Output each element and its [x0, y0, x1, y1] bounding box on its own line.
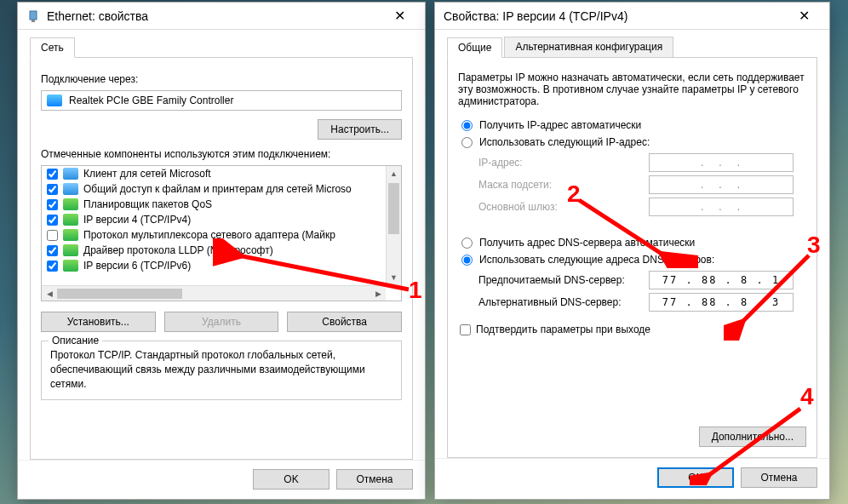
dns1-label: Предпочитаемый DNS-сервер:	[478, 274, 649, 286]
radio-dns-manual-input[interactable]	[461, 255, 473, 266]
ok-button[interactable]: OK	[657, 467, 734, 488]
advanced-button[interactable]: Дополнительно...	[699, 427, 806, 447]
radio-dns-auto[interactable]: Получить адрес DNS-сервера автоматически	[458, 237, 806, 249]
component-icon	[63, 244, 78, 256]
component-label: IP версии 4 (TCP/IPv4)	[83, 214, 191, 226]
mask-label: Маска подсети:	[478, 179, 649, 191]
adapter-field: Realtek PCIe GBE Family Controller	[41, 90, 402, 111]
vertical-scrollbar[interactable]: ▲▼	[386, 166, 401, 285]
list-item[interactable]: Планировщик пакетов QoS	[42, 197, 386, 212]
radio-dns-auto-input[interactable]	[461, 238, 473, 249]
svg-rect-0	[30, 11, 37, 20]
component-checkbox[interactable]	[47, 169, 58, 180]
component-label: Протокол мультиплексора сетевого адаптер…	[83, 229, 335, 241]
component-icon	[63, 168, 78, 180]
adapter-icon	[47, 94, 62, 106]
component-checkbox[interactable]	[47, 230, 58, 241]
cancel-button[interactable]: Отмена	[741, 467, 817, 488]
components-label: Отмеченные компоненты используются этим …	[41, 148, 402, 160]
dns1-input[interactable]: 77 . 88 . 8 . 1	[649, 271, 794, 289]
window-title: Ethernet: свойства	[47, 9, 382, 23]
horizontal-scrollbar[interactable]: ◀▶	[42, 285, 386, 301]
ip-input: ...	[649, 153, 794, 172]
titlebar[interactable]: Ethernet: свойства ✕	[18, 3, 425, 30]
list-item[interactable]: IP версии 4 (TCP/IPv4)	[42, 212, 386, 227]
info-text: Параметры IP можно назначать автоматичес…	[458, 72, 806, 107]
component-checkbox[interactable]	[47, 184, 58, 195]
component-icon	[63, 214, 78, 226]
list-item[interactable]: Клиент для сетей Microsoft	[42, 166, 386, 181]
cancel-button[interactable]: Отмена	[336, 469, 413, 490]
list-item[interactable]: IP версии 6 (TCP/IPv6)	[42, 258, 386, 273]
component-icon	[63, 198, 78, 210]
component-checkbox[interactable]	[47, 245, 58, 256]
radio-ip-auto[interactable]: Получить IP-адрес автоматически	[458, 119, 806, 131]
properties-button[interactable]: Свойства	[287, 312, 402, 332]
ipv4-properties-dialog: Свойства: IP версии 4 (TCP/IPv4) ✕ Общие…	[434, 2, 830, 500]
ok-button[interactable]: OK	[253, 469, 329, 490]
svg-rect-1	[32, 20, 35, 22]
close-button[interactable]: ✕	[787, 8, 821, 24]
ip-label: IP-адрес:	[478, 157, 649, 169]
tabs: Сеть	[30, 37, 413, 58]
radio-ip-auto-input[interactable]	[461, 120, 473, 131]
component-checkbox[interactable]	[47, 215, 58, 226]
mask-input: ...	[649, 175, 794, 194]
gw-label: Основной шлюз:	[478, 201, 649, 213]
component-label: Клиент для сетей Microsoft	[83, 168, 211, 180]
component-icon	[63, 260, 78, 272]
component-icon	[63, 183, 78, 195]
component-label: IP версии 6 (TCP/IPv6)	[83, 260, 191, 272]
component-checkbox[interactable]	[47, 199, 58, 210]
remove-button: Удалить	[164, 312, 279, 332]
list-item[interactable]: Общий доступ к файлам и принтерам для се…	[42, 181, 386, 197]
component-label: Общий доступ к файлам и принтерам для се…	[83, 183, 352, 195]
validate-checkbox-row[interactable]: Подтвердить параметры при выходе	[458, 324, 806, 335]
components-listbox[interactable]: Клиент для сетей MicrosoftОбщий доступ к…	[41, 165, 402, 301]
dns2-label: Альтернативный DNS-сервер:	[478, 296, 649, 308]
tabs: Общие Альтернативная конфигурация	[447, 37, 817, 58]
list-item[interactable]: Протокол мультиплексора сетевого адаптер…	[42, 227, 386, 243]
component-icon	[63, 229, 78, 241]
radio-ip-manual[interactable]: Использовать следующий IP-адрес:	[458, 136, 806, 148]
radio-dns-manual[interactable]: Использовать следующие адреса DNS-сервер…	[458, 254, 806, 266]
configure-button[interactable]: Настроить...	[318, 119, 402, 140]
component-label: Драйвер протокола LLDP (Майкрософт)	[83, 244, 273, 256]
component-checkbox[interactable]	[47, 261, 58, 272]
list-item[interactable]: Драйвер протокола LLDP (Майкрософт)	[42, 243, 386, 258]
install-button[interactable]: Установить...	[41, 312, 156, 332]
description-title: Описание	[49, 335, 102, 346]
ethernet-properties-dialog: Ethernet: свойства ✕ Сеть Подключение че…	[17, 2, 426, 500]
titlebar[interactable]: Свойства: IP версии 4 (TCP/IPv4) ✕	[435, 3, 829, 30]
ethernet-icon	[26, 9, 40, 23]
adapter-name: Realtek PCIe GBE Family Controller	[69, 94, 233, 106]
component-label: Планировщик пакетов QoS	[83, 198, 212, 210]
dns2-input[interactable]: 77 . 88 . 8 . 3	[649, 293, 794, 312]
connect-via-label: Подключение через:	[41, 73, 402, 85]
close-button[interactable]: ✕	[382, 8, 416, 24]
tab-general[interactable]: Общие	[447, 37, 502, 58]
window-title: Свойства: IP версии 4 (TCP/IPv4)	[444, 9, 787, 23]
tab-alternative[interactable]: Альтернативная конфигурация	[504, 37, 673, 57]
radio-ip-manual-input[interactable]	[461, 137, 473, 148]
validate-checkbox[interactable]	[460, 324, 471, 335]
gw-input: ...	[649, 198, 794, 216]
tab-network[interactable]: Сеть	[30, 37, 75, 58]
description-group: Описание Протокол TCP/IP. Стандартный пр…	[41, 341, 402, 400]
description-text: Протокол TCP/IP. Стандартный протокол гл…	[50, 348, 392, 391]
